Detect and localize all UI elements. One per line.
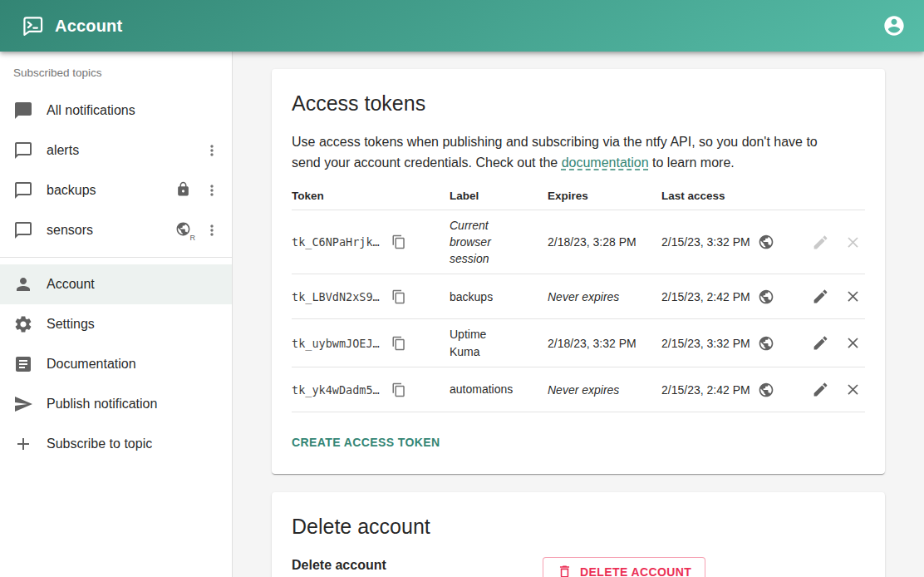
nav-list: AccountSettingsDocumentationPublish noti… bbox=[0, 264, 232, 464]
token-label-cell: Uptime Kuma bbox=[450, 326, 548, 360]
last-access-value: 2/15/23, 2:42 PM bbox=[661, 290, 750, 303]
copy-token-icon[interactable] bbox=[390, 334, 408, 353]
plus-icon bbox=[13, 434, 33, 454]
create-access-token-button[interactable]: CREATE ACCESS TOKEN bbox=[292, 431, 446, 454]
delete-account-button-label: DELETE ACCOUNT bbox=[580, 565, 691, 577]
column-header-expires: Expires bbox=[548, 190, 661, 202]
documentation-link[interactable]: documentation bbox=[562, 155, 649, 170]
token-row: tk_yk4wDadm5…automationsNever expires2/1… bbox=[292, 367, 865, 412]
token-label-cell: backups bbox=[450, 288, 548, 305]
topic-menu-icon[interactable] bbox=[200, 179, 224, 202]
last-access-value: 2/15/23, 2:42 PM bbox=[661, 383, 750, 397]
access-tokens-description: Use access tokens when publishing and su… bbox=[292, 132, 843, 174]
article-icon bbox=[13, 354, 33, 374]
globe-icon bbox=[758, 335, 774, 352]
nav-item-label: Settings bbox=[47, 317, 224, 332]
person-icon bbox=[13, 274, 33, 294]
sidebar-topic-all-notifications[interactable]: All notifications bbox=[0, 91, 232, 131]
token-actions-cell bbox=[789, 286, 865, 307]
nav-item-label: Publish notification bbox=[47, 397, 224, 412]
column-header-label: Label bbox=[450, 190, 548, 202]
account-circle-icon[interactable] bbox=[882, 14, 906, 37]
sidebar-item-settings[interactable]: Settings bbox=[0, 304, 232, 344]
sidebar-topic-alerts[interactable]: alerts bbox=[0, 131, 232, 170]
token-label-cell: Current browser session bbox=[450, 217, 548, 268]
token-actions-cell bbox=[789, 333, 865, 353]
sidebar-item-subscribe-to-topic[interactable]: Subscribe to topic bbox=[0, 424, 232, 464]
delete-token-icon[interactable] bbox=[843, 379, 863, 400]
sidebar-item-documentation[interactable]: Documentation bbox=[0, 344, 232, 384]
token-expires-cell: 2/18/23, 3:28 PM bbox=[548, 235, 661, 249]
delete-account-button[interactable]: DELETE ACCOUNT bbox=[543, 557, 705, 577]
token-actions-cell bbox=[789, 232, 865, 253]
copy-token-icon[interactable] bbox=[390, 288, 408, 306]
topic-label: backups bbox=[47, 183, 175, 198]
main-content: Access tokens Use access tokens when pub… bbox=[233, 52, 924, 577]
sidebar-topic-backups[interactable]: backups bbox=[0, 170, 232, 210]
edit-token-icon[interactable] bbox=[810, 333, 831, 353]
app-bar: Account bbox=[0, 0, 924, 52]
delete-account-item-title: Delete account bbox=[292, 555, 543, 576]
delete-token-icon bbox=[843, 232, 863, 253]
token-cell: tk_yk4wDadm5… bbox=[292, 381, 450, 399]
token-label-cell: automations bbox=[450, 381, 548, 397]
delete-token-icon[interactable] bbox=[843, 286, 863, 307]
settings-icon bbox=[13, 314, 33, 334]
token-row: tk_C6NPaHrjk…Current browser session2/18… bbox=[292, 210, 865, 275]
edit-token-icon[interactable] bbox=[810, 286, 831, 307]
delete-account-text: Delete account Permanently delete your a… bbox=[292, 555, 543, 577]
ntfy-logo-icon bbox=[20, 13, 46, 39]
sidebar-topic-sensors[interactable]: sensorsR bbox=[0, 210, 232, 250]
delete-account-title: Delete account bbox=[292, 515, 865, 539]
delete-token-icon[interactable] bbox=[843, 333, 863, 353]
access-tokens-card: Access tokens Use access tokens when pub… bbox=[272, 69, 885, 474]
token-row: tk_uybwmJOEJ…Uptime Kuma2/18/23, 3:32 PM… bbox=[292, 319, 865, 367]
edit-token-icon[interactable] bbox=[810, 379, 831, 400]
topic-label: sensors bbox=[47, 223, 175, 238]
sidebar-item-publish-notification[interactable]: Publish notification bbox=[0, 384, 232, 424]
delete-account-card: Delete account Delete account Permanentl… bbox=[272, 492, 885, 577]
send-icon bbox=[13, 394, 33, 414]
tokens-table-header: Token Label Expires Last access bbox=[292, 182, 865, 210]
copy-token-icon[interactable] bbox=[390, 233, 408, 251]
token-cell: tk_LBVdN2xS9… bbox=[292, 288, 450, 306]
sidebar: Subscribed topics All notificationsalert… bbox=[0, 52, 233, 577]
token-row: tk_LBVdN2xS9…backupsNever expires2/15/23… bbox=[292, 274, 865, 319]
globe-icon bbox=[758, 234, 774, 250]
subscribed-topics-label: Subscribed topics bbox=[0, 60, 232, 91]
token-value: tk_C6NPaHrjk… bbox=[292, 235, 380, 249]
token-cell: tk_uybwmJOEJ… bbox=[292, 334, 450, 353]
topic-menu-icon[interactable] bbox=[200, 219, 224, 242]
token-expires-cell: Never expires bbox=[548, 383, 661, 397]
tokens-table-body: tk_C6NPaHrjk…Current browser session2/18… bbox=[292, 210, 865, 412]
globe-icon bbox=[758, 382, 774, 398]
token-expires-cell: Never expires bbox=[548, 290, 661, 303]
chat-outline-icon bbox=[13, 180, 33, 200]
copy-token-icon[interactable] bbox=[390, 381, 408, 399]
token-last-access-cell: 2/15/23, 2:42 PM bbox=[661, 288, 789, 305]
token-value: tk_yk4wDadm5… bbox=[292, 383, 380, 397]
nav-item-label: Account bbox=[47, 277, 224, 292]
description-text-after: to learn more. bbox=[649, 155, 735, 170]
sidebar-item-account[interactable]: Account bbox=[0, 264, 232, 304]
tokens-table: Token Label Expires Last access tk_C6NPa… bbox=[292, 182, 865, 412]
token-value: tk_uybwmJOEJ… bbox=[292, 337, 380, 350]
access-tokens-title: Access tokens bbox=[292, 91, 865, 116]
edit-token-icon bbox=[810, 232, 831, 253]
column-header-last-access: Last access bbox=[661, 190, 789, 202]
topic-label: All notifications bbox=[47, 103, 224, 118]
token-last-access-cell: 2/15/23, 3:32 PM bbox=[661, 234, 789, 250]
chat-outline-icon bbox=[13, 141, 33, 160]
topic-menu-icon[interactable] bbox=[200, 139, 224, 162]
page-title: Account bbox=[55, 17, 122, 36]
topic-list: All notificationsalertsbackupssensorsR bbox=[0, 91, 232, 250]
last-access-value: 2/15/23, 3:32 PM bbox=[661, 337, 750, 350]
token-value: tk_LBVdN2xS9… bbox=[292, 290, 380, 303]
token-actions-cell bbox=[789, 379, 865, 400]
token-cell: tk_C6NPaHrjk… bbox=[292, 233, 450, 251]
description-text-before: Use access tokens when publishing and su… bbox=[292, 135, 818, 170]
topic-label: alerts bbox=[47, 143, 200, 158]
sidebar-divider bbox=[0, 257, 232, 258]
globe-reservation-icon: R bbox=[175, 221, 194, 239]
token-last-access-cell: 2/15/23, 3:32 PM bbox=[661, 335, 789, 352]
